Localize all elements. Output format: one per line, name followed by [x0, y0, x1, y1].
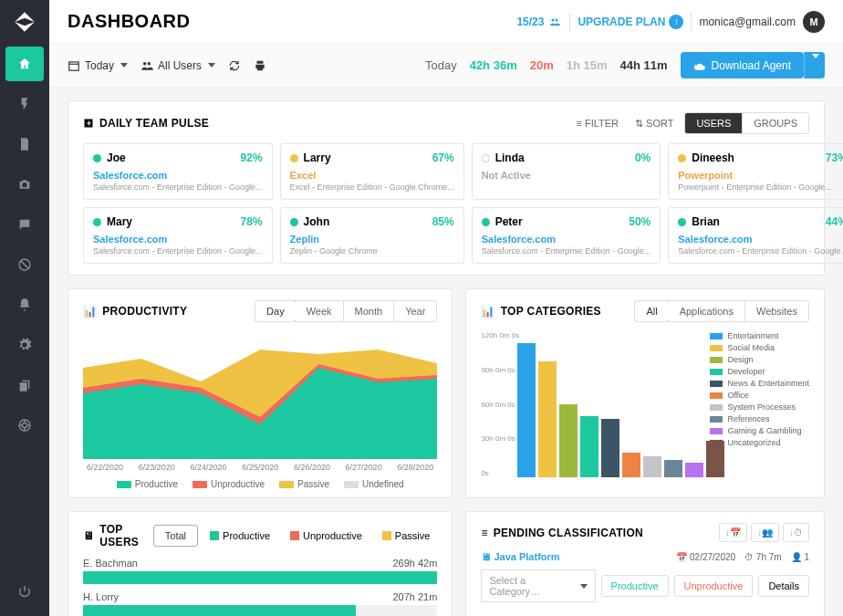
- logo[interactable]: [0, 0, 49, 44]
- time-passive: 1h 15m: [567, 58, 608, 72]
- bar: [622, 453, 640, 477]
- sort-date-icon[interactable]: ↓📅: [719, 523, 747, 542]
- nav-block-icon[interactable]: [5, 247, 44, 282]
- print-icon[interactable]: [254, 59, 266, 72]
- range-week[interactable]: Week: [296, 301, 344, 321]
- user-detail: Zeplin - Google Chrome: [290, 246, 454, 256]
- bar: [538, 361, 557, 477]
- time-unproductive: 20m: [530, 58, 554, 72]
- status-dot: [290, 154, 298, 162]
- nav-bell-icon[interactable]: [5, 287, 44, 322]
- user-row[interactable]: E. Bachman269h 42m: [83, 558, 437, 584]
- time-total: 44h 11m: [620, 58, 668, 72]
- pulse-card[interactable]: Joe92%Salesforce.comSalesforce.com - Ent…: [83, 143, 273, 200]
- tu-tab-passive[interactable]: Passive: [375, 530, 438, 541]
- user-detail: Powerpoint - Enterprise Edition - Google…: [678, 183, 843, 192]
- user-pct: 67%: [432, 151, 454, 164]
- bar: [664, 460, 682, 477]
- user-name: Mary: [107, 215, 132, 228]
- bar: [559, 404, 578, 477]
- user-name: Dineesh: [692, 151, 734, 164]
- user-name: Larry: [304, 151, 331, 164]
- svg-point-12: [143, 61, 147, 65]
- upgrade-link[interactable]: UPGRADE PLAN ↑: [578, 15, 683, 29]
- sort-button[interactable]: ⇅ SORT: [630, 114, 679, 133]
- pulse-title: DAILY TEAM PULSE: [83, 117, 209, 130]
- date-picker[interactable]: Today: [68, 59, 128, 72]
- bar: [643, 456, 661, 477]
- pulse-card[interactable]: Larry67%ExcelExcel - Enterprise Edition …: [280, 143, 464, 200]
- user-detail: Salesforce.com - Enterprise Edition - Go…: [482, 246, 651, 256]
- cat-tab-all[interactable]: All: [634, 300, 669, 322]
- scope-picker[interactable]: All Users: [140, 59, 215, 72]
- tu-tab-total[interactable]: Total: [153, 525, 198, 547]
- svg-line-1: [21, 261, 28, 268]
- sort-time-icon[interactable]: ↓⏱: [783, 523, 809, 542]
- nav-report-icon[interactable]: [5, 127, 44, 162]
- user-app: Excel: [290, 170, 454, 181]
- pulse-card[interactable]: John85%ZeplinZeplin - Google Chrome: [280, 207, 464, 264]
- nav-camera-icon[interactable]: [5, 167, 44, 202]
- topusers-title: 🖥 TOP USERS: [83, 523, 143, 548]
- download-button[interactable]: Download Agent: [681, 52, 804, 78]
- categories-title: 📊 TOP CATEGORIES: [481, 305, 601, 318]
- user-row[interactable]: H. Lorry207h 21m: [83, 591, 437, 616]
- nav-help-icon[interactable]: [5, 408, 44, 443]
- user-detail: Excel - Enterprise Edition - Google Chro…: [290, 183, 454, 192]
- svg-point-9: [556, 18, 558, 21]
- range-year[interactable]: Year: [394, 301, 436, 321]
- user-name: John: [304, 215, 330, 228]
- avatar[interactable]: M: [803, 11, 825, 33]
- filter-button[interactable]: ≡ FILTER: [571, 114, 625, 132]
- download-caret[interactable]: [804, 52, 825, 78]
- tu-tab-productive[interactable]: Productive: [203, 530, 277, 541]
- pulse-card[interactable]: Dineesh73%PowerpointPowerpoint - Enterpr…: [668, 143, 843, 200]
- pulse-card[interactable]: Brian44%Salesforce.comSalesforce.com - E…: [668, 207, 843, 264]
- pending-duration: ⏱ 7h 7m: [744, 552, 782, 562]
- user-email[interactable]: monica@gmail.com: [699, 16, 796, 28]
- tu-tab-unproductive[interactable]: Unproductive: [283, 530, 369, 541]
- cat-tab-websites[interactable]: Websites: [745, 301, 808, 321]
- user-pct: 73%: [826, 151, 843, 164]
- productive-button[interactable]: Productive: [601, 575, 669, 597]
- nav-home-icon[interactable]: [5, 47, 44, 81]
- pulse-card[interactable]: Mary78%Salesforce.comSalesforce.com - En…: [83, 207, 273, 264]
- refresh-icon[interactable]: [228, 59, 241, 72]
- user-pct: 92%: [241, 151, 263, 164]
- productivity-title: 📊 PRODUCTIVITY: [83, 305, 187, 318]
- nav-bolt-icon[interactable]: [5, 87, 44, 121]
- svg-point-13: [148, 61, 151, 65]
- svg-point-3: [22, 423, 26, 427]
- pulse-card[interactable]: Linda0%Not Active: [472, 143, 661, 200]
- user-name: Linda: [495, 151, 525, 164]
- nav-chat-icon[interactable]: [5, 207, 44, 242]
- status-dot: [482, 218, 490, 226]
- sort-users-icon[interactable]: ↓👥: [751, 523, 779, 542]
- status-dot: [93, 154, 101, 162]
- bar: [685, 463, 703, 477]
- cat-tab-applications[interactable]: Applications: [669, 301, 745, 321]
- status-dot: [678, 218, 686, 226]
- category-select[interactable]: Select a Category…: [481, 569, 595, 602]
- range-day[interactable]: Day: [255, 300, 297, 322]
- svg-point-8: [552, 18, 555, 21]
- nav-copy-icon[interactable]: [5, 368, 44, 402]
- details-button[interactable]: Details: [758, 575, 809, 597]
- time-label: Today: [425, 58, 457, 72]
- pulse-card[interactable]: Peter50%Salesforce.comSalesforce.com - E…: [472, 207, 661, 264]
- tab-groups[interactable]: GROUPS: [743, 113, 808, 133]
- status-dot: [290, 218, 298, 226]
- bar: [517, 343, 536, 477]
- range-month[interactable]: Month: [344, 301, 395, 321]
- pending-app[interactable]: 🖥 Java Platform: [481, 551, 559, 562]
- nav-power-icon[interactable]: [5, 574, 44, 609]
- user-app: Not Active: [482, 170, 651, 181]
- svg-rect-10: [69, 61, 79, 69]
- unproductive-button[interactable]: Unproductive: [674, 575, 754, 597]
- status-dot: [482, 154, 490, 162]
- user-name: Joe: [107, 151, 126, 164]
- status-dot: [678, 154, 686, 162]
- nav-settings-icon[interactable]: [5, 328, 44, 362]
- user-pct: 78%: [241, 215, 263, 228]
- tab-users[interactable]: USERS: [685, 113, 743, 133]
